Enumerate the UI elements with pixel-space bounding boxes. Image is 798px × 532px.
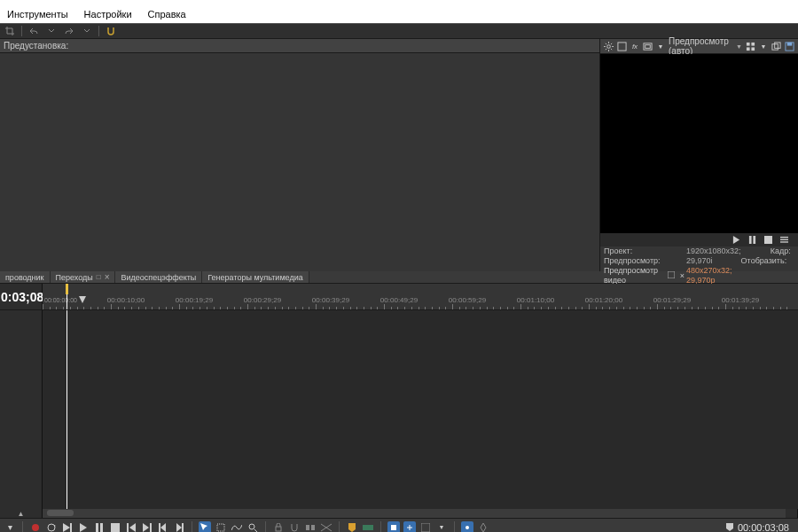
timeline-header: 0:03;08 00:00:00:00 00:00:10;0000:00:19;… bbox=[0, 284, 798, 310]
svg-rect-12 bbox=[748, 236, 751, 244]
menu-settings[interactable]: Настройки bbox=[82, 5, 134, 23]
track-header-gutter[interactable] bbox=[0, 310, 43, 509]
play-start-icon[interactable] bbox=[61, 521, 74, 533]
fullscreen-icon[interactable] bbox=[617, 41, 627, 52]
go-start-icon[interactable] bbox=[125, 521, 137, 533]
info-bottom-left[interactable]: Предпросмотр видео bbox=[604, 266, 662, 286]
scroll-end-button[interactable] bbox=[786, 509, 798, 518]
close-icon[interactable]: × bbox=[105, 272, 110, 282]
chevron-down-icon: ▼ bbox=[736, 43, 742, 50]
separator bbox=[265, 521, 266, 533]
undo-dropdown-icon[interactable] bbox=[45, 25, 58, 37]
save-snapshot-icon[interactable] bbox=[785, 41, 794, 52]
scrollbar-thumb[interactable] bbox=[47, 510, 74, 516]
menu-help[interactable]: Справка bbox=[146, 5, 188, 23]
marker-icon[interactable] bbox=[346, 521, 358, 533]
ruler-label: 00:00:19;29 bbox=[176, 296, 213, 304]
preview-quality-dropdown[interactable]: Предпросмотр (авто) ▼ bbox=[669, 36, 742, 56]
stop-icon[interactable] bbox=[763, 235, 773, 246]
track-content[interactable] bbox=[43, 310, 798, 509]
zoom-tool-icon[interactable] bbox=[246, 521, 259, 533]
safe-areas-icon[interactable] bbox=[643, 41, 653, 52]
tab-explorer[interactable]: проводник bbox=[0, 271, 51, 283]
region-icon[interactable] bbox=[362, 521, 374, 533]
snap-toggle-icon[interactable] bbox=[288, 521, 301, 533]
timeline-ruler[interactable]: 00:00:00:00 00:00:10;0000:00:19;2900:00:… bbox=[43, 284, 798, 309]
gear-icon[interactable] bbox=[604, 41, 614, 52]
timecode-display[interactable]: 0:03;08 bbox=[0, 284, 43, 309]
copy-snapshot-icon[interactable] bbox=[771, 41, 781, 52]
svg-rect-21 bbox=[96, 523, 98, 532]
lock-icon[interactable] bbox=[272, 521, 285, 533]
snap-icon[interactable] bbox=[105, 25, 117, 37]
crop-tool-icon[interactable] bbox=[4, 25, 16, 37]
svg-rect-31 bbox=[306, 525, 309, 530]
toggle-b-icon[interactable] bbox=[403, 521, 416, 533]
pin-icon[interactable]: □ bbox=[97, 273, 101, 281]
redo-dropdown-icon[interactable] bbox=[81, 25, 93, 37]
svg-rect-20 bbox=[70, 523, 72, 532]
media-area[interactable] bbox=[0, 53, 599, 271]
selection-tool-icon[interactable] bbox=[215, 521, 227, 533]
stop-icon[interactable] bbox=[109, 521, 121, 533]
envelope-tool-icon[interactable] bbox=[231, 521, 243, 533]
prev-frame-icon[interactable] bbox=[157, 521, 169, 533]
menu-tools[interactable]: Инструменты bbox=[5, 5, 70, 23]
toggle-d-icon[interactable] bbox=[461, 521, 473, 533]
info-preview-val: 480x270x32; 29,970p bbox=[686, 266, 741, 286]
loop-start-handle-icon[interactable] bbox=[79, 296, 86, 303]
toggle-c-icon[interactable] bbox=[419, 521, 432, 533]
dropdown-icon[interactable]: ▼ bbox=[759, 41, 768, 52]
menu-icon[interactable] bbox=[778, 235, 789, 246]
dropdown-icon[interactable]: ▼ bbox=[656, 41, 665, 52]
ruler-start-label: 00:00:00:00 bbox=[44, 297, 77, 303]
svg-rect-30 bbox=[276, 527, 281, 531]
timeline: 0:03;08 00:00:00:00 00:00:10;0000:00:19;… bbox=[0, 284, 798, 518]
play-icon[interactable] bbox=[77, 521, 90, 533]
normal-edit-tool-icon[interactable] bbox=[199, 521, 211, 533]
tab-transitions[interactable]: Переходы□× bbox=[51, 271, 116, 283]
preview-video[interactable] bbox=[600, 54, 798, 233]
play-icon[interactable] bbox=[731, 235, 741, 246]
transport-timecode[interactable]: 00:00:03;08 bbox=[721, 522, 794, 533]
ruler-label: 00:00:29;29 bbox=[244, 296, 281, 304]
pause-icon[interactable] bbox=[747, 235, 757, 246]
auto-ripple-icon[interactable] bbox=[304, 521, 317, 533]
preset-bar: Предустановка: bbox=[0, 39, 599, 53]
go-end-icon[interactable] bbox=[141, 521, 153, 533]
svg-rect-17 bbox=[780, 241, 788, 242]
track-options-icon[interactable]: ▾ bbox=[4, 521, 16, 533]
playhead-line bbox=[66, 310, 67, 509]
toggle-a-icon[interactable] bbox=[387, 521, 400, 533]
info-preview-label: Предпросмотр: bbox=[604, 256, 661, 266]
fx-icon[interactable]: fx bbox=[630, 41, 639, 52]
svg-rect-11 bbox=[787, 42, 793, 45]
pin-icon[interactable] bbox=[668, 271, 675, 280]
svg-rect-1 bbox=[618, 42, 626, 50]
grid-icon[interactable] bbox=[746, 41, 755, 52]
toggle-e-icon[interactable] bbox=[477, 521, 489, 533]
redo-icon[interactable] bbox=[63, 25, 75, 37]
preview-toolbar: fx ▼ Предпросмотр (авто) ▼ ▼ bbox=[600, 39, 798, 54]
chevron-up-icon: ▲ bbox=[18, 510, 25, 518]
scroll-up-button[interactable]: ▲ bbox=[0, 509, 43, 518]
dropdown-icon[interactable]: ▼ bbox=[435, 521, 448, 533]
tab-video-fx[interactable]: Видеоспецэффекты bbox=[115, 271, 202, 283]
loop-icon[interactable] bbox=[45, 521, 58, 533]
tab-media-generators[interactable]: Генераторы мультимедиа bbox=[202, 271, 309, 283]
close-icon[interactable]: × bbox=[680, 271, 686, 280]
top-split: Предустановка: fx ▼ Предпросмотр (авто) … bbox=[0, 39, 798, 271]
horizontal-scrollbar[interactable] bbox=[43, 509, 786, 518]
next-frame-icon[interactable] bbox=[173, 521, 185, 533]
svg-rect-33 bbox=[363, 525, 373, 530]
auto-crossfade-icon[interactable] bbox=[320, 521, 332, 533]
ruler-label: 00:00:49;29 bbox=[380, 296, 418, 304]
pause-icon[interactable] bbox=[93, 521, 106, 533]
svg-rect-27 bbox=[182, 523, 184, 532]
record-icon[interactable] bbox=[29, 521, 42, 533]
svg-rect-28 bbox=[217, 524, 224, 531]
svg-rect-35 bbox=[391, 525, 396, 530]
undo-icon[interactable] bbox=[27, 25, 40, 37]
playhead-icon[interactable] bbox=[66, 284, 67, 309]
tab-label: Видеоспецэффекты bbox=[121, 273, 196, 282]
